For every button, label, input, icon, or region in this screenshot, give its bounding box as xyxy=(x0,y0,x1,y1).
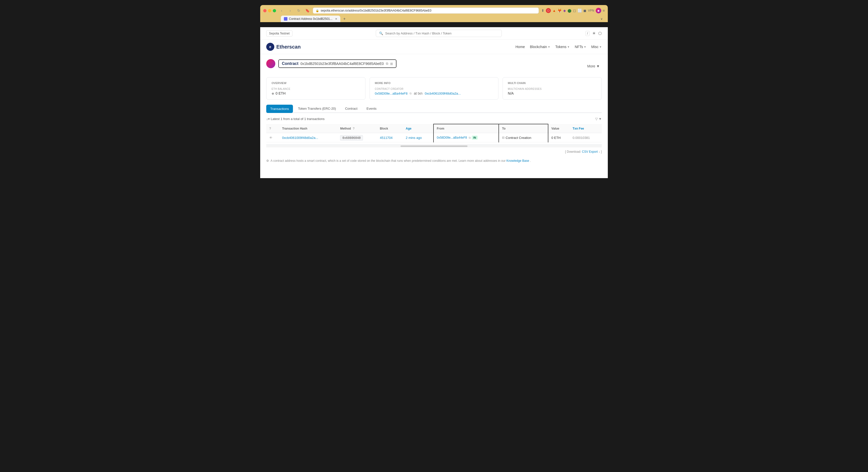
share-icon[interactable]: ⬆ xyxy=(541,8,544,12)
maximize-button[interactable] xyxy=(273,9,276,12)
logo-text: Etherscan xyxy=(276,44,301,50)
scrollbar-thumb[interactable] xyxy=(401,145,467,147)
overview-card-title: Overview xyxy=(272,81,360,85)
multi-chain-card: Multi Chain MULTICHAIN ADDRESSES N/A xyxy=(502,77,602,100)
method-info-icon[interactable]: ? xyxy=(353,127,354,130)
multi-chain-title: Multi Chain xyxy=(508,81,596,85)
eye-icon[interactable]: 👁 xyxy=(269,136,273,140)
multichain-value: N/A xyxy=(508,91,596,95)
refresh-button[interactable]: ↻ xyxy=(296,7,302,13)
page-content: Sepolia Testnet 🔍 / ☀ ⬡ e Etherscan Home… xyxy=(260,27,608,178)
from-copy-icon[interactable]: ⧉ xyxy=(469,136,471,139)
more-dropdown-icon: ▼ xyxy=(596,64,600,68)
tokens-dropdown-icon: ▼ xyxy=(567,45,570,48)
main-nav: e Etherscan Home Blockchain▼ Tokens▼ NFT… xyxy=(260,40,608,54)
filter-icon[interactable]: ▽ ▼ xyxy=(595,117,602,121)
value-text: 0 ETH xyxy=(551,136,561,140)
chevron-right-button[interactable]: ∨ xyxy=(598,16,605,22)
more-info-card: More Info CONTRACT CREATOR 0x58D09e...aB… xyxy=(370,77,498,100)
extension-icon-1[interactable]: ⬡ xyxy=(546,8,551,13)
th-value: Value xyxy=(548,124,569,133)
network-badge[interactable]: Sepolia Testnet xyxy=(266,30,292,36)
fee-text: 0.00010381 xyxy=(572,136,590,140)
th-info: ? xyxy=(266,124,279,133)
txn-address-link[interactable]: 0xcb4061009f48d0a2a... xyxy=(425,92,461,95)
extension-icon-4[interactable]: ◈ xyxy=(563,8,566,12)
search-icon: 🔍 xyxy=(379,31,383,35)
at-txn-label: at txn xyxy=(414,91,423,95)
nav-links: Home Blockchain▼ Tokens▼ NFTs▼ Misc▼ xyxy=(516,45,602,49)
contract-label-box: Contract 0x1bdB2501b23e3f3fBAA04bC4af8E8… xyxy=(278,59,397,68)
tx-hash-link[interactable]: 0xcb4061009f48d0a2a... xyxy=(282,136,318,140)
nav-tokens[interactable]: Tokens▼ xyxy=(555,45,569,49)
close-button[interactable] xyxy=(263,9,267,12)
search-bar[interactable]: 🔍 xyxy=(376,30,502,37)
creator-copy-icon[interactable]: ⧉ xyxy=(409,92,411,95)
logo[interactable]: e Etherscan xyxy=(266,43,301,51)
eth-price-icon[interactable]: ⬡ xyxy=(598,31,602,36)
from-address-link[interactable]: 0x58D09e...aBa44eF8 xyxy=(437,136,467,139)
search-input[interactable] xyxy=(385,31,498,35)
extension-icon-8[interactable]: ◼ xyxy=(583,8,586,12)
tab-close-button[interactable]: ✕ xyxy=(335,18,337,21)
minimize-button[interactable] xyxy=(268,9,271,12)
nfts-dropdown-icon: ▼ xyxy=(584,45,586,48)
avatar-icon[interactable]: ◉ xyxy=(596,8,601,13)
tab-events[interactable]: Events xyxy=(363,105,381,112)
multichain-label: MULTICHAIN ADDRESSES xyxy=(508,88,596,90)
active-tab[interactable]: Contract Address 0x1bdB2501... ✕ xyxy=(281,15,340,22)
nav-home[interactable]: Home xyxy=(516,45,525,49)
tab-contract[interactable]: Contract xyxy=(341,105,362,112)
table-summary-row: ↓≡ Latest 1 from a total of 1 transactio… xyxy=(266,117,602,121)
keyboard-shortcut-badge[interactable]: / xyxy=(585,31,590,36)
td-to: ⊟ Contract Creation xyxy=(499,133,548,142)
knowledge-base-link[interactable]: Knowledge Base xyxy=(506,159,529,163)
method-badge: 0x60806040 xyxy=(340,135,363,141)
theme-toggle[interactable]: ☀ xyxy=(592,31,596,36)
info-cards: Overview ETH BALANCE ◈ 0 ETH More Info C… xyxy=(266,77,602,100)
transactions-table-container: ? Transaction Hash Method ? Block Age Fr… xyxy=(266,124,602,147)
tab-token-transfers[interactable]: Token Transfers (ERC-20) xyxy=(294,105,340,112)
extension-icon-6[interactable]: ◻ xyxy=(573,8,576,12)
age-text: 2 mins ago xyxy=(406,136,422,140)
bookmark-button[interactable]: 🔖 xyxy=(304,7,310,13)
extension-icon-5[interactable]: ⬤ xyxy=(567,8,571,12)
nav-nfts[interactable]: NFTs▼ xyxy=(575,45,586,49)
contract-header: Contract 0x1bdB2501b23e3f3fBAA04bC4af8E8… xyxy=(266,59,585,68)
td-block: 4511704 xyxy=(377,133,403,142)
transactions-table: ? Transaction Hash Method ? Block Age Fr… xyxy=(266,124,602,142)
site-header: Sepolia Testnet 🔍 / ☀ ⬡ xyxy=(260,27,608,40)
footer-note: ⚙ A contract address hosts a smart contr… xyxy=(266,156,602,166)
more-button[interactable]: More ▼ xyxy=(585,63,602,69)
tab-transactions[interactable]: Transactions xyxy=(266,105,293,113)
forward-button[interactable]: › xyxy=(287,7,293,13)
table-row: 👁 0xcb4061009f48d0a2a... 0x60806040 4511… xyxy=(266,133,602,142)
td-eye: 👁 xyxy=(266,133,279,142)
th-age: Age xyxy=(403,124,434,133)
qr-code-icon[interactable]: ⊞ xyxy=(390,62,393,66)
address-bar[interactable]: 🔒 sepolia.etherscan.io/address/0x1bdB250… xyxy=(313,7,539,13)
header-icons: / ☀ ⬡ xyxy=(585,31,602,36)
logo-icon: e xyxy=(266,43,274,51)
td-age: 2 mins ago xyxy=(403,133,434,142)
th-hash: Transaction Hash xyxy=(279,124,337,133)
block-link[interactable]: 4511704 xyxy=(380,136,393,140)
vpn-label[interactable]: VPN xyxy=(588,9,594,12)
eth-symbol-icon: ◈ xyxy=(272,91,274,95)
info-icon[interactable]: ? xyxy=(269,127,271,130)
nav-blockchain[interactable]: Blockchain▼ xyxy=(530,45,550,49)
nav-misc[interactable]: Misc▼ xyxy=(591,45,602,49)
back-button[interactable]: ‹ xyxy=(279,7,285,13)
extension-icon-3[interactable]: 🦊 xyxy=(557,8,562,12)
copy-address-icon[interactable]: ⧉ xyxy=(386,62,388,66)
menu-icon[interactable]: ≡ xyxy=(603,8,605,12)
main-content: Contract 0x1bdB2501b23e3f3fBAA04bC4af8E8… xyxy=(260,54,608,171)
table-summary-text: ↓≡ Latest 1 from a total of 1 transactio… xyxy=(266,117,325,121)
creator-address-link[interactable]: 0x58D09e...aBa44eF8 xyxy=(375,92,408,95)
th-block: Block xyxy=(377,124,403,133)
extension-icon-2[interactable]: ▲ xyxy=(552,8,556,12)
contract-label: Contract xyxy=(282,61,299,66)
csv-download-link[interactable]: CSV Export xyxy=(582,150,598,154)
extension-icon-7[interactable]: ⬜ xyxy=(578,8,582,12)
new-tab-button[interactable]: + xyxy=(341,15,348,22)
